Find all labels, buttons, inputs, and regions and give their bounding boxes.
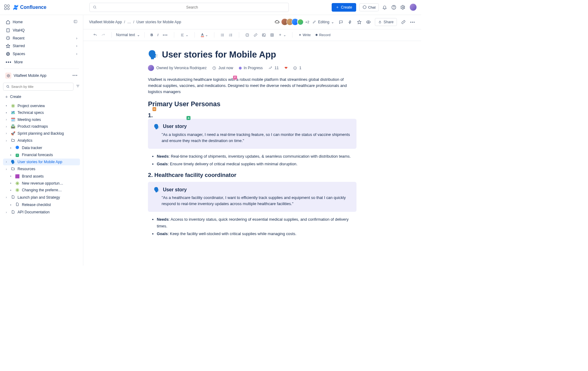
- help-icon[interactable]: [391, 5, 396, 10]
- breadcrumb-item[interactable]: Vitafleet Mobile App: [89, 20, 122, 24]
- copy-link-icon[interactable]: [401, 19, 406, 24]
- persona-1-details[interactable]: Needs: Real-time tracking of shipments, …: [148, 153, 356, 167]
- tree-item[interactable]: •Release checklist: [3, 201, 80, 208]
- share-button[interactable]: Share: [375, 18, 397, 26]
- heart-icon[interactable]: ❤: [285, 66, 288, 70]
- filter-icon[interactable]: [76, 84, 80, 89]
- create-button[interactable]: Create: [332, 3, 356, 12]
- insert-button[interactable]: ⌄: [277, 32, 288, 39]
- owner-avatar[interactable]: [148, 65, 154, 71]
- notifications-icon[interactable]: [382, 5, 387, 10]
- collab-overflow[interactable]: +2: [305, 20, 309, 24]
- undo-button[interactable]: [91, 32, 99, 38]
- persona-2-heading[interactable]: 2. Healthcare facility coordinator: [148, 172, 356, 178]
- user-story-panel-2[interactable]: 🗣️ User story "As a healthcare facility …: [148, 182, 356, 212]
- tree-item[interactable]: ›Launch plan and Strategy: [3, 193, 80, 201]
- logo[interactable]: Confluence: [13, 5, 47, 10]
- settings-icon[interactable]: [400, 5, 405, 10]
- tree-item[interactable]: ›🛣️Product roadmaps: [3, 123, 80, 130]
- comments-icon[interactable]: [338, 19, 343, 24]
- ai-write-button[interactable]: ✦ Write: [297, 32, 312, 39]
- sidebar-create[interactable]: +Create: [3, 93, 80, 101]
- tree-item[interactable]: •Data tracker: [3, 144, 80, 152]
- space-header[interactable]: Vitafleet Mobile App •••: [3, 71, 80, 80]
- svg-point-34: [221, 36, 221, 36]
- heading-personas[interactable]: Primary User Personas: [148, 100, 356, 108]
- automation-icon[interactable]: [347, 19, 352, 24]
- app-switcher-icon[interactable]: [4, 5, 9, 10]
- confluence-icon: [13, 5, 19, 10]
- tree-label: Analytics: [17, 138, 32, 143]
- panel-body[interactable]: "As a healthcare facility coordinator, I…: [154, 195, 351, 207]
- more-formatting-icon[interactable]: •••: [161, 32, 170, 38]
- align-button[interactable]: ⌄: [179, 32, 190, 39]
- link-button[interactable]: [252, 32, 259, 38]
- nav-home[interactable]: Home: [3, 18, 80, 26]
- intro-paragraph[interactable]: Vitafleet is revolutionizing healthcare …: [148, 77, 356, 95]
- numbered-list-button[interactable]: 123: [227, 32, 234, 38]
- nav-recent[interactable]: Recent›: [3, 34, 80, 42]
- image-button[interactable]: [260, 32, 267, 38]
- page-icon: [10, 195, 15, 200]
- persona-1-number[interactable]: 1. O: [148, 112, 356, 119]
- tree-item[interactable]: ›Resources: [3, 165, 80, 173]
- table-button[interactable]: [269, 32, 276, 38]
- global-search[interactable]: [89, 3, 289, 12]
- search-input[interactable]: [99, 5, 285, 9]
- sidebar-search-input[interactable]: [11, 85, 70, 88]
- tree-item[interactable]: ›🗣️User stories for Mobile App: [3, 159, 80, 166]
- text-style-select[interactable]: Normal text ⌄: [114, 32, 142, 39]
- text-color-button[interactable]: A ⌄: [199, 32, 210, 39]
- nav-starred[interactable]: Starred›: [3, 42, 80, 50]
- tree-item[interactable]: •✳️Project overview: [3, 102, 80, 109]
- tree-item[interactable]: ›API Documentation: [3, 208, 80, 216]
- page-icon: 🗣️: [10, 160, 15, 164]
- action-item-button[interactable]: [243, 32, 251, 38]
- panel-body[interactable]: "As a logistics manager, I need a real-t…: [154, 132, 351, 144]
- breadcrumb: Vitafleet Mobile App / … / User stories …: [89, 20, 272, 24]
- page-emoji[interactable]: 🗣️: [148, 50, 158, 60]
- nav-vitahq[interactable]: VitaHQ: [3, 26, 80, 34]
- profile-avatar[interactable]: [410, 4, 417, 11]
- chevron-right-icon: ›: [4, 132, 8, 135]
- tree-item[interactable]: ›🗓️Meeting notes: [3, 116, 80, 123]
- breadcrumb-item[interactable]: User stories for Mobile App: [136, 20, 181, 24]
- redo-button[interactable]: [100, 32, 107, 38]
- tree-item[interactable]: •✳️Changing the preferre…: [3, 187, 80, 194]
- watch-icon[interactable]: [366, 19, 371, 24]
- record-button[interactable]: ✸ Record: [313, 32, 332, 39]
- more-actions-icon[interactable]: •••: [410, 19, 415, 24]
- tree-item[interactable]: ›Analytics: [3, 137, 80, 144]
- tree-item[interactable]: •🗺️Technical specs: [3, 109, 80, 116]
- persona-2-details[interactable]: Needs: Access to inventory status, quick…: [148, 216, 356, 237]
- editing-mode-button[interactable]: Editing⌄: [312, 20, 334, 24]
- page-title[interactable]: User stories for Mobile App: [162, 50, 276, 60]
- tree-item[interactable]: •✳️New revenue opportun…: [3, 180, 80, 187]
- tree-item[interactable]: ›🚀Sprint planning and Backlog: [3, 130, 80, 137]
- collaborators[interactable]: +2: [283, 18, 309, 25]
- views-count[interactable]: 11: [275, 66, 279, 70]
- space-icon: [5, 73, 11, 79]
- tree-label: Meeting notes: [17, 118, 41, 122]
- user-story-panel-1[interactable]: A 🗣️ User story "As a logistics manager,…: [148, 119, 356, 149]
- sidebar-search[interactable]: [3, 83, 74, 90]
- owner-label[interactable]: Owned by Veronica Rodriquez: [156, 66, 207, 70]
- document[interactable]: 🗣️ User stories for Mobile App Owned by …: [144, 50, 361, 237]
- nav-more[interactable]: •••More: [3, 58, 80, 66]
- tree-label: Brand assets: [22, 174, 44, 178]
- tree-item[interactable]: •+Financial forecasts: [3, 152, 80, 159]
- bold-button[interactable]: B: [149, 32, 155, 38]
- bullet-list-button[interactable]: [219, 32, 226, 38]
- svg-point-7: [402, 7, 404, 8]
- star-icon[interactable]: [356, 19, 362, 24]
- collapse-sidebar-icon[interactable]: [74, 20, 77, 24]
- svg-marker-4: [363, 6, 366, 9]
- tree-item[interactable]: •🟪Brand assets: [3, 173, 80, 180]
- chat-button[interactable]: Chat: [359, 3, 379, 11]
- status-label[interactable]: In Progress: [244, 66, 263, 70]
- add-reaction-icon[interactable]: [293, 66, 297, 70]
- nav-spaces[interactable]: Spaces›: [3, 50, 80, 58]
- italic-button[interactable]: I: [156, 32, 160, 38]
- breadcrumb-item[interactable]: …: [127, 20, 131, 24]
- space-more-icon[interactable]: •••: [73, 73, 78, 78]
